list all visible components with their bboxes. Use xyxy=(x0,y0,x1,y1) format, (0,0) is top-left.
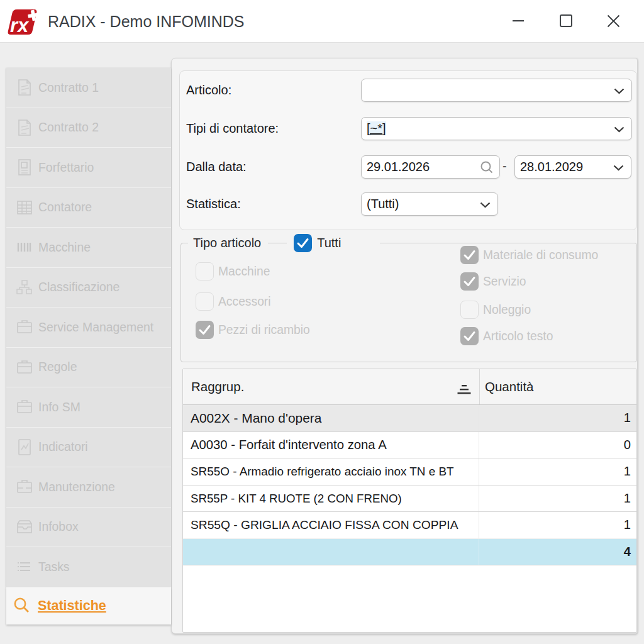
svg-text:rx: rx xyxy=(10,14,30,36)
